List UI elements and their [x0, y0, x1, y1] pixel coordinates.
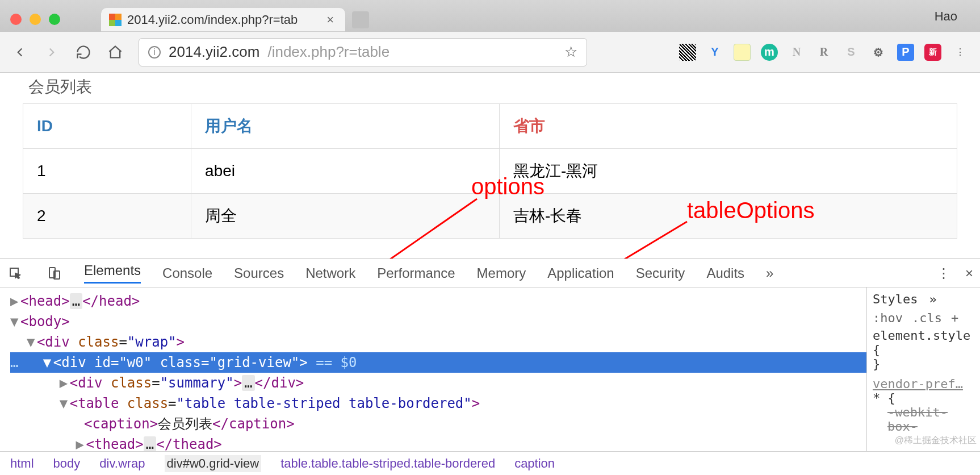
- menu-icon[interactable]: ⋮: [952, 44, 969, 61]
- cell-province: 吉林-长春: [499, 194, 957, 239]
- th-user[interactable]: 用户名: [191, 104, 500, 149]
- tab-network[interactable]: Network: [305, 265, 355, 281]
- browser-chrome: 2014.yii2.com/index.php?r=tab × Hao i 20…: [0, 0, 980, 73]
- ext-qr-icon[interactable]: [679, 44, 696, 61]
- browser-tab[interactable]: 2014.yii2.com/index.php?r=tab ×: [101, 8, 345, 32]
- style-rule: * {: [873, 391, 974, 405]
- ext-y-icon[interactable]: Y: [706, 44, 723, 61]
- crumb[interactable]: div#w0.grid-view: [165, 455, 262, 472]
- favicon-icon: [109, 14, 122, 26]
- ext-m-icon[interactable]: m: [761, 44, 778, 61]
- ext-p-icon[interactable]: P: [897, 44, 914, 61]
- tab-sources[interactable]: Sources: [234, 265, 284, 281]
- devtools-close-icon[interactable]: ×: [965, 265, 973, 281]
- th-province[interactable]: 省市: [499, 104, 957, 149]
- tab-strip: 2014.yii2.com/index.php?r=tab × Hao: [0, 0, 980, 32]
- th-id[interactable]: ID: [23, 104, 191, 149]
- url-host: 2014.yii2.com: [169, 43, 259, 61]
- crumb[interactable]: div.wrap: [99, 456, 145, 471]
- styles-more[interactable]: »: [929, 292, 936, 306]
- tab-elements[interactable]: Elements: [84, 262, 141, 284]
- tab-close-icon[interactable]: ×: [326, 13, 334, 27]
- info-icon: i: [148, 46, 161, 59]
- crumb[interactable]: html: [10, 456, 34, 471]
- ext-r-icon[interactable]: R: [815, 44, 832, 61]
- tab-performance[interactable]: Performance: [377, 265, 455, 281]
- elements-panel[interactable]: ▶<head>…</head> ▼<body> ▼<div class="wra…: [0, 288, 866, 451]
- add-rule-icon[interactable]: +: [951, 311, 958, 325]
- styles-panel[interactable]: Styles» :hov.cls+ element.style { } vend…: [866, 288, 980, 451]
- back-icon[interactable]: [11, 44, 28, 61]
- url-bar[interactable]: i 2014.yii2.com/index.php?r=table ☆: [139, 38, 587, 66]
- ext-gear-icon[interactable]: ⚙: [870, 44, 887, 61]
- crumb[interactable]: caption: [514, 456, 555, 471]
- tab-more[interactable]: »: [766, 265, 773, 281]
- ext-note-icon[interactable]: [734, 44, 751, 61]
- page-content: 会员列表 ID 用户名 省市 1 abei 黑龙江-黑河 2 周全 吉林-长春: [0, 76, 980, 239]
- profile-name[interactable]: Hao: [935, 9, 957, 24]
- reload-icon[interactable]: [75, 44, 92, 61]
- tab-application[interactable]: Application: [547, 265, 614, 281]
- devtools-tabs: Elements Console Sources Network Perform…: [0, 259, 980, 288]
- forward-icon: [43, 44, 60, 61]
- breadcrumb: html body div.wrap div#w0.grid-view tabl…: [0, 451, 980, 475]
- tab-audits[interactable]: Audits: [706, 265, 744, 281]
- table-header-row: ID 用户名 省市: [23, 104, 957, 149]
- tab-console[interactable]: Console: [162, 265, 212, 281]
- watermark: @稀土掘金技术社区: [895, 435, 977, 447]
- tab-memory[interactable]: Memory: [477, 265, 526, 281]
- star-icon[interactable]: ☆: [564, 43, 577, 61]
- table-row: 2 周全 吉林-长春: [23, 194, 957, 239]
- ext-s-icon[interactable]: S: [843, 44, 860, 61]
- strike-prop: -webkit-box-: [887, 405, 974, 434]
- new-tab-button[interactable]: [352, 11, 369, 28]
- extensions: Y m N R S ⚙ P 新 ⋮: [679, 44, 969, 61]
- crumb[interactable]: body: [53, 456, 81, 471]
- styles-tab[interactable]: Styles: [873, 292, 918, 306]
- table-row: 1 abei 黑龙江-黑河: [23, 149, 957, 194]
- ext-p2-icon[interactable]: 新: [924, 44, 941, 61]
- device-icon[interactable]: [45, 265, 62, 282]
- window-controls: [10, 14, 60, 25]
- tab-title: 2014.yii2.com/index.php?r=tab: [127, 13, 298, 27]
- cell-id: 1: [23, 149, 191, 194]
- minimize-window-icon[interactable]: [30, 14, 41, 25]
- cell-province: 黑龙江-黑河: [499, 149, 957, 194]
- tab-security[interactable]: Security: [636, 265, 685, 281]
- cell-user: abei: [191, 149, 500, 194]
- devtools-menu-icon[interactable]: ⋮: [937, 265, 950, 281]
- url-path: /index.php?r=table: [267, 43, 390, 61]
- cell-user: 周全: [191, 194, 500, 239]
- page-title: 会员列表: [28, 76, 957, 98]
- inspect-icon[interactable]: [7, 265, 24, 282]
- style-rule: }: [873, 357, 974, 371]
- maximize-window-icon[interactable]: [49, 14, 60, 25]
- ext-n-icon[interactable]: N: [788, 44, 805, 61]
- cell-id: 2: [23, 194, 191, 239]
- nav-bar: i 2014.yii2.com/index.php?r=table ☆ Y m …: [0, 32, 980, 73]
- cls-toggle[interactable]: .cls: [912, 311, 942, 325]
- hov-toggle[interactable]: :hov: [873, 311, 903, 325]
- crumb[interactable]: table.table.table-striped.table-bordered: [280, 456, 495, 471]
- close-window-icon[interactable]: [10, 14, 22, 25]
- home-icon[interactable]: [107, 44, 124, 61]
- vendor-link[interactable]: vendor-pref…: [873, 377, 963, 391]
- style-rule: element.style {: [873, 328, 974, 357]
- members-table: ID 用户名 省市 1 abei 黑龙江-黑河 2 周全 吉林-长春: [23, 103, 957, 239]
- devtools: Elements Console Sources Network Perform…: [0, 259, 980, 475]
